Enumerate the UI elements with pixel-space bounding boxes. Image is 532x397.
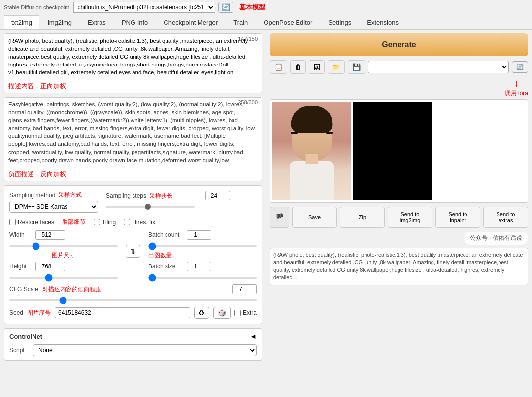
height-input[interactable] xyxy=(35,262,65,271)
preview-image-girl xyxy=(272,102,351,200)
folder-tool-button[interactable]: 📁 xyxy=(328,60,345,74)
send-to-extras-button[interactable]: Send to extras xyxy=(483,207,528,228)
height-label: Height xyxy=(9,263,32,270)
image-tool-button[interactable]: 🖼 xyxy=(309,60,325,74)
controls-section: Sampling method 采样方式 DPM++ SDE Karras Sa… xyxy=(4,185,262,324)
height-slider[interactable] xyxy=(9,277,118,279)
hires-fix-label: Hires. fix xyxy=(132,219,155,226)
generate-button[interactable]: Generate xyxy=(270,33,528,56)
preview-image-black xyxy=(353,102,432,200)
negative-prompt-area: 258/300 负面描述，反向加权 xyxy=(4,97,262,181)
sampling-steps-input[interactable] xyxy=(205,191,230,200)
seed-input[interactable] xyxy=(55,307,190,318)
tab-openpose[interactable]: OpenPose Editor xyxy=(256,15,320,29)
tabs-bar: txt2img img2img Extras PNG Info Checkpoi… xyxy=(0,15,532,30)
sampling-steps-slider[interactable] xyxy=(106,206,195,208)
batch-group: Batch count 出图数量 Batch size xyxy=(148,230,257,280)
seed-recycle-button[interactable]: ♻ xyxy=(194,307,209,319)
tiling-checkbox[interactable] xyxy=(94,219,100,225)
flag-button[interactable]: 🏴 xyxy=(270,207,289,228)
lora-annotation: 调用 lora xyxy=(505,89,528,98)
negative-prompt-counter: 258/300 xyxy=(238,99,258,105)
positive-prompt-counter: 147/150 xyxy=(238,36,258,42)
sampling-steps-annotation: 采样步长 xyxy=(149,192,173,200)
seed-label: Seed xyxy=(9,309,23,316)
batch-count-input[interactable] xyxy=(187,230,211,240)
image-display-area xyxy=(270,99,528,203)
tiling-checkbox-item: Tiling xyxy=(94,219,116,226)
styles-refresh-button[interactable]: 🔄 xyxy=(512,61,528,73)
save-button[interactable]: Save xyxy=(292,207,337,228)
positive-prompt-input[interactable] xyxy=(4,34,262,78)
width-slider[interactable] xyxy=(9,245,118,247)
controlnet-header: ControlNet ◄ xyxy=(9,332,257,340)
zip-button[interactable]: Zip xyxy=(340,207,385,228)
sampling-method-group: Sampling method 采样方式 DPM++ SDE Karras xyxy=(9,191,98,213)
tab-extensions[interactable]: Extensions xyxy=(360,15,406,29)
batch-size-slider[interactable] xyxy=(148,277,257,279)
negative-prompt-input[interactable] xyxy=(4,98,262,166)
script-row: Script None xyxy=(9,344,257,356)
negative-prompt-annotation: 负面描述，反向加权 xyxy=(8,170,258,179)
batch-size-label: Batch size xyxy=(148,263,183,270)
tab-settings[interactable]: Settings xyxy=(321,15,359,29)
send-to-img2img-button[interactable]: Send to img2img xyxy=(388,207,432,228)
batch-count-label: Batch count xyxy=(148,232,183,238)
tab-extras[interactable]: Extras xyxy=(80,15,113,29)
restore-faces-checkbox[interactable] xyxy=(9,219,16,225)
sampling-method-select[interactable]: DPM++ SDE Karras xyxy=(9,201,98,213)
sampling-method-label: Sampling method xyxy=(9,192,55,198)
restore-faces-checkbox-item: Restore faces xyxy=(9,219,54,226)
cfg-slider[interactable] xyxy=(9,299,257,301)
checkpoint-refresh-button[interactable]: 🔄 xyxy=(218,2,233,13)
positive-prompt-annotation: 描述内容，正向加权 xyxy=(8,82,258,91)
controlnet-section: ControlNet ◄ Script None xyxy=(4,328,262,361)
tab-pnginfo[interactable]: PNG Info xyxy=(114,15,155,29)
tab-train[interactable]: Train xyxy=(226,15,255,29)
left-panel: 147/150 描述内容，正向加权 258/300 负面描述，反向加权 Samp… xyxy=(0,30,266,368)
width-label: Width xyxy=(9,232,32,238)
cfg-input[interactable] xyxy=(232,284,257,294)
paste-tool-button[interactable]: 📋 xyxy=(270,60,287,74)
cfg-label: CFG Scale xyxy=(9,286,38,293)
controlnet-toggle-button[interactable]: ◄ xyxy=(250,332,257,340)
tab-txt2img[interactable]: txt2img xyxy=(4,15,39,29)
bottom-buttons-row: 🏴 Save Zip Send to img2img Send to inpai… xyxy=(270,207,528,228)
output-prompt-text: (RAW photo, best quality), (realistic, p… xyxy=(270,248,528,285)
batch-size-input[interactable] xyxy=(187,262,211,271)
cfg-annotation: 对描述内容的倾向程度 xyxy=(42,285,101,294)
hires-fix-checkbox[interactable] xyxy=(124,219,130,225)
swap-dimensions-button[interactable]: ⇅ xyxy=(126,245,140,258)
right-panel: Generate 📋 🗑 🖼 📁 💾 🔄 ↓ 调用 lora xyxy=(266,30,532,368)
script-select[interactable]: None xyxy=(33,344,257,356)
batch-count-slider[interactable] xyxy=(148,245,257,247)
extra-checkbox-item: Extra xyxy=(234,309,257,316)
checkpoint-label: Stable Diffusion checkpoint xyxy=(4,4,69,10)
checkpoint-select-container: chilloutmix_NiPrunedFp32Fix.safetensors … xyxy=(73,2,233,13)
controlnet-label: ControlNet xyxy=(9,333,42,340)
base-model-label: 基本模型 xyxy=(239,3,265,12)
seed-dice-button[interactable]: 🎲 xyxy=(213,307,231,319)
sampling-steps-group: Sampling steps 采样步长 xyxy=(106,191,230,209)
seed-group: Seed 图片序号 ♻ 🎲 Extra xyxy=(9,307,257,319)
hires-fix-checkbox-item: Hires. fix xyxy=(124,219,155,226)
tab-checkpoint-merger[interactable]: Checkpoint Merger xyxy=(156,15,225,29)
save-tool-button[interactable]: 💾 xyxy=(348,60,365,74)
restore-faces-label: Restore faces xyxy=(18,219,54,226)
tiling-label: Tiling xyxy=(102,219,116,226)
top-bar: Stable Diffusion checkpoint chilloutmix_… xyxy=(0,0,532,15)
extra-checkbox[interactable] xyxy=(234,310,241,316)
tab-img2img[interactable]: img2img xyxy=(40,15,79,29)
sampling-method-annotation: 采样方式 xyxy=(58,191,82,199)
extra-label: Extra xyxy=(243,309,257,316)
trash-tool-button[interactable]: 🗑 xyxy=(290,60,306,74)
width-input[interactable] xyxy=(35,230,65,240)
dim-annotation: 图片尺寸 xyxy=(9,251,118,260)
lora-arrow-icon: ↓ xyxy=(514,78,519,89)
positive-prompt-area: 147/150 描述内容，正向加权 xyxy=(4,33,262,93)
restore-faces-annotation: 脸部细节 xyxy=(62,218,86,226)
send-to-inpaint-button[interactable]: Send to inpaint xyxy=(435,207,480,228)
checkpoint-dropdown[interactable]: chilloutmix_NiPrunedFp32Fix.safetensors … xyxy=(73,2,215,13)
dimensions-group: Width 图片尺寸 Height xyxy=(9,230,118,280)
styles-select[interactable] xyxy=(368,61,509,73)
